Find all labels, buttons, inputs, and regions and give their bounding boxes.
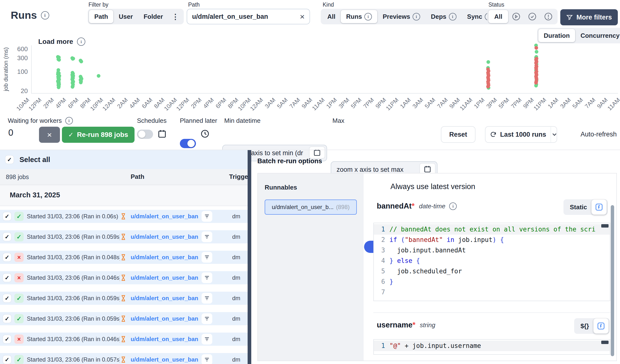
more-filters-button[interactable]: More filters	[560, 9, 618, 25]
kind-runs[interactable]: Runsi	[341, 10, 377, 23]
editor-scrollbar-thumb[interactable]	[601, 341, 608, 344]
mode-template-option[interactable]: ${}	[581, 322, 589, 330]
run-dot-success[interactable]	[79, 60, 83, 63]
filter-by-path-button[interactable]	[202, 252, 212, 263]
status-success-icon[interactable]	[524, 10, 540, 23]
status-all[interactable]: All	[488, 10, 508, 23]
code-line[interactable]: 5 job.scheduled_for	[374, 266, 610, 276]
row-checkbox[interactable]: ✓	[3, 253, 11, 261]
code-line[interactable]: 1// bannedAt does not exist on all versi…	[374, 224, 610, 235]
select-all-checkbox[interactable]: ✓	[5, 155, 14, 164]
run-row[interactable]: ✓×Started 31/03, 23:06 (Ran in 0.048s)u/…	[0, 251, 248, 264]
run-row[interactable]: ✓×Started 31/03, 23:06 (Ran in 0.046s)u/…	[0, 271, 248, 284]
mode-javascript-button[interactable]	[593, 318, 608, 334]
mode-javascript-button[interactable]	[591, 199, 607, 215]
row-checkbox[interactable]: ✓	[3, 233, 11, 241]
run-path-link[interactable]: u/dm/alert_on_user_ban	[131, 356, 198, 363]
run-row[interactable]: ✓✓Started 31/03, 23:06 (Ran in 0.059s)u/…	[0, 292, 248, 305]
planned-later-toggle[interactable]	[180, 139, 196, 148]
row-checkbox[interactable]: ✓	[3, 335, 11, 343]
run-dot-failure[interactable]	[534, 46, 538, 50]
row-checkbox[interactable]: ✓	[3, 212, 11, 221]
rerun-jobs-button[interactable]: ✓ Re-run 898 jobs	[62, 127, 135, 143]
code-line[interactable]: 2if ("bannedAt" in job.input) {	[374, 235, 610, 245]
kind-previews[interactable]: Previewsi	[377, 10, 426, 23]
run-path-link[interactable]: u/dm/alert_on_user_ban	[131, 274, 198, 281]
mode-static-option[interactable]: Static	[570, 203, 587, 211]
run-dot-success[interactable]	[535, 50, 538, 54]
view-concurrency[interactable]: Concurrency	[575, 29, 620, 42]
run-dot-failure[interactable]	[486, 85, 490, 89]
schedules-toggle[interactable]	[137, 130, 153, 139]
run-row[interactable]: ✓✓Started 31/03, 23:06 (Ran in 0.057s)u/…	[0, 353, 248, 364]
run-path-link[interactable]: u/dm/alert_on_user_ban	[131, 254, 198, 261]
load-more-button[interactable]: Load more	[38, 38, 73, 46]
hourglass-icon	[120, 254, 127, 261]
calendar-icon[interactable]	[157, 129, 167, 139]
max-datetime-placeholder: zoom x axis to set max	[331, 166, 417, 173]
code-line[interactable]: 4} else {	[374, 256, 610, 266]
code-line[interactable]: 1"@" + job.input.username	[374, 341, 610, 351]
row-checkbox[interactable]: ✓	[3, 355, 11, 364]
run-row[interactable]: ✓✓Started 31/03, 23:06 (Ran in 0.059s)u/…	[0, 230, 248, 243]
row-checkbox[interactable]: ✓	[3, 294, 11, 302]
runs-limit-dropdown-button[interactable]	[551, 127, 558, 142]
status-running-icon[interactable]	[508, 10, 524, 23]
runs-limit-button[interactable]: Last 1000 runs	[485, 127, 551, 142]
filter-by-folder[interactable]: Folder	[138, 10, 168, 23]
run-path-link[interactable]: u/dm/alert_on_user_ban	[131, 315, 198, 322]
filter-by-path[interactable]: Path	[89, 10, 113, 23]
run-row[interactable]: ✓×Started 31/03, 23:06 (Ran in 0.046s)u/…	[0, 333, 248, 346]
run-row[interactable]: ✓✓Started 31/03, 23:06 (Ran in 0.059s)u/…	[0, 312, 248, 325]
run-path-link[interactable]: u/dm/alert_on_user_ban	[131, 336, 198, 343]
runs-info-icon[interactable]: i	[41, 11, 49, 19]
min-datetime-calendar-button[interactable]	[309, 146, 325, 159]
clear-path-icon[interactable]: ×	[300, 13, 305, 21]
list-header-row: 898 jobs Path Trigger	[0, 169, 248, 185]
code-line[interactable]: 7	[374, 287, 610, 298]
run-path-link[interactable]: u/dm/alert_on_user_ban	[131, 213, 198, 220]
view-duration[interactable]: Duration	[538, 29, 575, 42]
filter-by-path-button[interactable]	[202, 231, 212, 242]
run-row[interactable]: ✓✓Started 31/03, 23:06 (Ran in 0.06s)u/d…	[0, 210, 248, 223]
run-dot-success[interactable]	[97, 74, 100, 78]
editor-scrollbar-thumb[interactable]	[601, 224, 608, 228]
run-dot-failure[interactable]	[534, 81, 538, 85]
line-number: 3	[374, 245, 389, 256]
filter-by-path-button[interactable]	[202, 354, 212, 364]
field-info-icon[interactable]: i	[449, 202, 457, 210]
run-dot-success[interactable]	[486, 60, 490, 64]
run-path-link[interactable]: u/dm/alert_on_user_ban	[131, 233, 198, 240]
filter-by-user[interactable]: User	[113, 10, 138, 23]
field-username-header: username* string	[377, 321, 435, 329]
username-code-editor[interactable]: 1"@" + job.input.username	[373, 339, 610, 355]
row-checkbox[interactable]: ✓	[3, 315, 11, 323]
row-checkbox[interactable]: ✓	[3, 273, 11, 282]
filter-by-path-button[interactable]	[202, 334, 212, 345]
path-filter-input[interactable]: u/dm/alert_on_user_ban ×	[187, 9, 310, 24]
kind-all[interactable]: All	[322, 10, 341, 23]
cancel-selection-button[interactable]: ×	[39, 127, 60, 143]
select-all-bar[interactable]: ✓ Select all	[0, 150, 248, 169]
code-line[interactable]: 6}	[374, 276, 610, 287]
kind-deps[interactable]: Depsi	[426, 10, 462, 23]
run-dot-success[interactable]	[71, 85, 74, 89]
runnable-chip[interactable]: u/dm/alert_on_user_b... (898)	[265, 199, 357, 215]
status-failure-icon[interactable]	[540, 10, 556, 23]
filter-by-path-button[interactable]	[202, 273, 212, 283]
run-path-link[interactable]: u/dm/alert_on_user_ban	[131, 295, 198, 302]
clock-icon[interactable]	[200, 129, 210, 139]
run-dot-success[interactable]	[57, 58, 61, 62]
filter-by-more-kebab-icon[interactable]: ⋮	[168, 10, 183, 23]
filter-by-path-button[interactable]	[202, 293, 212, 303]
run-dot-success[interactable]	[79, 81, 83, 84]
reset-button[interactable]: Reset	[441, 126, 476, 143]
panel-splitter-scrollbar[interactable]	[248, 150, 251, 364]
panel-scrollbar-thumb[interactable]	[611, 205, 614, 356]
bannedAt-code-editor[interactable]: 1// bannedAt does not exist on all versi…	[373, 223, 610, 301]
filter-by-path-button[interactable]	[202, 313, 212, 324]
code-line[interactable]: 3 job.input.bannedAt	[374, 245, 610, 256]
line-number: 7	[374, 287, 389, 298]
run-dot-success[interactable]	[57, 86, 61, 89]
filter-by-path-button[interactable]	[202, 211, 212, 222]
